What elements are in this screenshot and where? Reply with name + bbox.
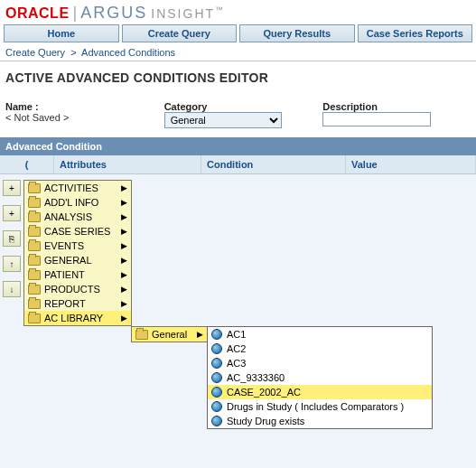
- menu-patient[interactable]: PATIENT▶: [24, 267, 131, 282]
- menu-general[interactable]: GENERAL▶: [24, 253, 131, 267]
- leaf-menu: AC1 AC2 AC3 AC_9333360 CASE_2002_AC Drug…: [207, 326, 433, 429]
- chevron-right-icon: ▶: [197, 330, 203, 339]
- leaf-ac-9333360[interactable]: AC_9333360: [208, 370, 432, 385]
- folder-icon: [28, 212, 41, 222]
- chevron-right-icon: ▶: [121, 256, 127, 265]
- tool-move-up[interactable]: ↑: [3, 256, 21, 272]
- brand-logo: ORACLE | ARGUS INSIGHT™: [5, 4, 471, 24]
- menu-report[interactable]: REPORT▶: [24, 296, 131, 311]
- folder-icon: [135, 330, 148, 340]
- leaf-ac2[interactable]: AC2: [208, 342, 432, 356]
- leaf-study-drug-exists[interactable]: Study Drug exists: [208, 414, 432, 428]
- globe-icon: [211, 416, 222, 426]
- folder-icon: [28, 241, 41, 251]
- breadcrumb: Create Query > Advanced Conditions: [0, 44, 476, 61]
- leaf-case-2002-ac[interactable]: CASE_2002_AC: [208, 385, 432, 399]
- globe-icon: [211, 329, 222, 340]
- menu-events[interactable]: EVENTS▶: [24, 239, 131, 253]
- brand-divider: |: [73, 4, 78, 23]
- chevron-right-icon: ▶: [121, 227, 127, 236]
- oracle-text: ORACLE: [5, 5, 70, 22]
- globe-icon: [211, 372, 222, 383]
- folder-icon: [28, 227, 41, 237]
- crumb-create-query[interactable]: Create Query: [5, 47, 65, 58]
- chevron-right-icon: ▶: [121, 299, 127, 308]
- menu-activities[interactable]: ACTIVITIES▶: [24, 181, 131, 195]
- col-condition: Condition: [201, 155, 346, 173]
- nav-query-results[interactable]: Query Results: [239, 24, 355, 42]
- category-label: Category: [164, 101, 313, 112]
- argus-text: ARGUS: [80, 4, 147, 23]
- crumb-advanced-conditions[interactable]: Advanced Conditions: [81, 47, 175, 58]
- folder-icon: [28, 198, 41, 208]
- col-paren: (: [0, 155, 54, 173]
- folder-icon: [28, 270, 41, 280]
- submenu: General▶: [131, 326, 208, 342]
- tool-move-down[interactable]: ↓: [3, 281, 21, 297]
- attribute-menu: ACTIVITIES▶ ADD'L INFO▶ ANALYSIS▶ CASE S…: [23, 180, 132, 326]
- col-value: Value: [346, 155, 476, 173]
- globe-icon: [211, 401, 222, 412]
- folder-icon: [28, 285, 41, 295]
- chevron-right-icon: ▶: [121, 183, 127, 192]
- name-label: Name :: [5, 101, 154, 112]
- folder-icon: [28, 183, 41, 193]
- chevron-right-icon: ▶: [121, 270, 127, 279]
- name-value: < Not Saved >: [5, 112, 154, 123]
- chevron-right-icon: ▶: [121, 314, 127, 323]
- column-headers: ( Attributes Condition Value: [0, 155, 476, 174]
- globe-icon: [211, 387, 222, 398]
- description-input[interactable]: [322, 112, 431, 126]
- leaf-ac1[interactable]: AC1: [208, 327, 432, 342]
- chevron-right-icon: ▶: [121, 198, 127, 207]
- page-title: ACTIVE ADVANCED CONDITIONS EDITOR: [0, 61, 476, 99]
- menu-products[interactable]: PRODUCTS▶: [24, 282, 131, 296]
- folder-icon: [28, 299, 41, 309]
- panel-header: Advanced Condition: [0, 137, 476, 155]
- top-nav: Home Create Query Query Results Case Ser…: [0, 24, 476, 44]
- description-label: Description: [322, 101, 471, 112]
- menu-addl-info[interactable]: ADD'L INFO▶: [24, 195, 131, 210]
- menu-case-series[interactable]: CASE SERIES▶: [24, 224, 131, 239]
- folder-icon: [28, 256, 41, 266]
- work-area: + + ⎘ ↑ ↓ ACTIVITIES▶ ADD'L INFO▶ ANALYS…: [0, 174, 476, 468]
- folder-icon: [28, 314, 41, 323]
- chevron-right-icon: ▶: [121, 285, 127, 294]
- globe-icon: [211, 358, 222, 369]
- nav-case-series-reports[interactable]: Case Series Reports: [358, 24, 473, 42]
- tool-add-group[interactable]: +: [3, 205, 21, 221]
- col-attributes: Attributes: [54, 155, 201, 173]
- category-select[interactable]: General: [164, 112, 282, 128]
- submenu-general[interactable]: General▶: [132, 327, 207, 342]
- tool-column: + + ⎘ ↑ ↓: [3, 180, 23, 297]
- leaf-ac3[interactable]: AC3: [208, 356, 432, 370]
- tool-copy[interactable]: ⎘: [3, 230, 21, 247]
- globe-icon: [211, 343, 222, 354]
- menu-ac-library[interactable]: AC LIBRARY▶: [24, 311, 131, 325]
- nav-home[interactable]: Home: [4, 24, 119, 42]
- form-row: Name : < Not Saved > Category General De…: [0, 99, 476, 137]
- nav-create-query[interactable]: Create Query: [122, 24, 238, 42]
- chevron-right-icon: ▶: [121, 241, 127, 250]
- tool-add-row[interactable]: +: [3, 180, 21, 196]
- leaf-drugs-in-study[interactable]: Drugs in Study ( Includes Comparators ): [208, 399, 432, 414]
- insight-text: INSIGHT™: [151, 5, 225, 21]
- chevron-right-icon: ▶: [121, 212, 127, 221]
- menu-analysis[interactable]: ANALYSIS▶: [24, 210, 131, 224]
